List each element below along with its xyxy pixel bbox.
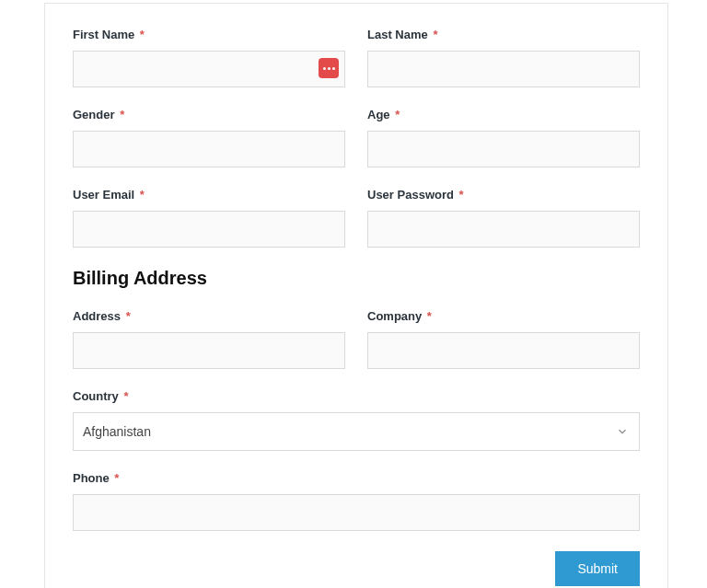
phone-label: Phone *	[73, 471, 640, 485]
phone-input[interactable]	[73, 494, 640, 531]
password-input[interactable]	[367, 211, 640, 248]
label-text: User Password	[367, 188, 454, 202]
label-text: Company	[367, 309, 422, 323]
last-name-group: Last Name *	[367, 28, 640, 87]
form-actions: Submit	[73, 551, 640, 586]
label-text: Country	[73, 389, 119, 403]
first-name-input[interactable]	[73, 51, 345, 87]
autofill-icon[interactable]	[319, 58, 339, 78]
gender-input[interactable]	[73, 131, 345, 167]
label-text: First Name	[73, 28, 134, 41]
required-marker: *	[459, 188, 464, 202]
email-input[interactable]	[73, 211, 345, 248]
required-marker: *	[140, 28, 145, 41]
required-marker: *	[140, 188, 145, 202]
company-label: Company *	[367, 309, 640, 323]
first-name-group: First Name *	[73, 28, 345, 87]
required-marker: *	[395, 108, 400, 121]
country-label: Country *	[73, 389, 640, 403]
last-name-label: Last Name *	[367, 28, 640, 41]
first-name-label: First Name *	[73, 28, 345, 41]
required-marker: *	[120, 108, 124, 121]
label-text: Age	[367, 108, 390, 121]
age-label: Age *	[367, 108, 640, 121]
password-label: User Password *	[367, 188, 640, 202]
company-input[interactable]	[367, 332, 640, 369]
chevron-down-icon	[616, 425, 629, 438]
country-select[interactable]: Afghanistan	[73, 412, 640, 451]
form-panel: First Name * Last Name * Gender	[44, 3, 668, 588]
country-group: Country * Afghanistan	[73, 389, 640, 451]
label-text: Phone	[73, 471, 110, 485]
phone-group: Phone *	[73, 471, 640, 531]
required-marker: *	[433, 28, 437, 41]
label-text: Gender	[73, 108, 115, 121]
password-group: User Password *	[367, 188, 640, 248]
email-group: User Email *	[73, 188, 345, 248]
age-input[interactable]	[367, 131, 640, 167]
label-text: Last Name	[367, 28, 428, 41]
billing-section-title: Billing Address	[73, 268, 640, 289]
gender-group: Gender *	[73, 108, 345, 167]
age-group: Age *	[367, 108, 640, 167]
email-label: User Email *	[73, 188, 345, 202]
required-marker: *	[126, 309, 131, 323]
required-marker: *	[123, 389, 128, 403]
required-marker: *	[427, 309, 432, 323]
address-group: Address *	[73, 309, 345, 369]
country-value: Afghanistan	[83, 424, 151, 439]
required-marker: *	[114, 471, 119, 485]
last-name-input[interactable]	[367, 51, 640, 87]
address-label: Address *	[73, 309, 345, 323]
label-text: Address	[73, 309, 121, 323]
company-group: Company *	[367, 309, 640, 369]
label-text: User Email	[73, 188, 134, 202]
gender-label: Gender *	[73, 108, 345, 121]
submit-button[interactable]: Submit	[555, 551, 640, 586]
address-input[interactable]	[73, 332, 345, 369]
